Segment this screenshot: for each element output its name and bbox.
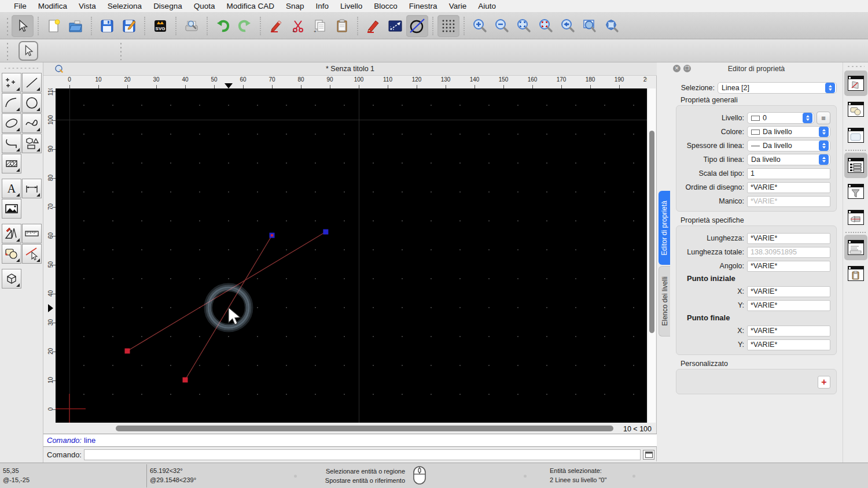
add-custom-property-button[interactable]: + xyxy=(818,376,830,389)
palette-drag-handle[interactable] xyxy=(5,66,38,71)
line-tool-button[interactable] xyxy=(384,15,406,37)
endpoint-handle-blue[interactable] xyxy=(323,229,328,234)
ellipse-tools-button[interactable] xyxy=(2,113,21,133)
dock-toggle-wall[interactable] xyxy=(844,205,867,230)
menu-item-modifica-cad[interactable]: Modifica CAD xyxy=(220,2,280,10)
dock-toggle-blocks[interactable] xyxy=(844,97,867,122)
dock-toggle-clipboard[interactable] xyxy=(844,261,867,286)
modify-tools-button[interactable] xyxy=(2,244,21,264)
delete-button[interactable] xyxy=(265,15,287,37)
pan-button[interactable] xyxy=(601,15,623,37)
zoom-selection-button[interactable] xyxy=(535,15,557,37)
dock-toggle-command-line[interactable] xyxy=(844,235,867,260)
selection-pointer-button[interactable] xyxy=(12,15,34,37)
menu-item-blocco[interactable]: Blocco xyxy=(368,2,403,10)
spessore-combo[interactable]: Da livello xyxy=(747,140,830,151)
undo-button[interactable] xyxy=(212,15,234,37)
grid-toggle-button[interactable] xyxy=(437,15,459,37)
dock-drag-handle[interactable] xyxy=(847,65,865,68)
vertical-scrollbar-thumb[interactable] xyxy=(649,131,654,333)
selection-combo[interactable]: Linea [2] xyxy=(718,82,837,94)
spline-tools-button[interactable] xyxy=(22,113,42,133)
horizontal-scrollbar[interactable] xyxy=(43,424,622,433)
polyline-tools-button[interactable] xyxy=(2,134,21,153)
pi-x-input[interactable]: *VARIE* xyxy=(747,286,830,297)
panel-close-button[interactable]: ✕ xyxy=(673,65,681,72)
draw-pencil-button[interactable] xyxy=(362,15,384,37)
text-tool-button[interactable]: A xyxy=(2,179,21,198)
pf-y-input[interactable]: *VARIE* xyxy=(747,339,830,350)
zoom-previous-button[interactable] xyxy=(557,15,579,37)
save-as-button[interactable] xyxy=(118,15,140,37)
tab-property-editor[interactable]: Editor di proprietà xyxy=(659,191,670,265)
tab-layer-list[interactable]: Elenco dei livelli xyxy=(659,266,670,337)
measure-tools-button[interactable] xyxy=(22,224,42,243)
lunghezza-totale-label: Lunghezza totale: xyxy=(682,248,747,256)
line-tools-button[interactable] xyxy=(22,73,42,93)
tipo-combo[interactable]: Da livello xyxy=(747,154,830,165)
menu-item-disegna[interactable]: Disegna xyxy=(148,2,188,10)
menu-item-varie[interactable]: Varie xyxy=(443,2,473,10)
save-button[interactable] xyxy=(96,15,118,37)
command-window-button[interactable] xyxy=(643,450,654,460)
endpoint-handle-red[interactable] xyxy=(183,378,188,383)
new-document-button[interactable] xyxy=(43,15,65,37)
menu-item-modifica[interactable]: Modifica xyxy=(32,2,73,10)
circle-line-tool-button[interactable] xyxy=(406,15,428,37)
dimension-tools-button[interactable] xyxy=(22,179,42,198)
menu-item-finestra[interactable]: Finestra xyxy=(403,2,443,10)
copy-button[interactable]: + xyxy=(309,15,331,37)
zoom-window-button[interactable] xyxy=(579,15,601,37)
toolbar-drag-handle[interactable] xyxy=(6,42,9,60)
shape-tools-button[interactable] xyxy=(22,134,42,153)
menu-item-livello[interactable]: Livello xyxy=(334,2,368,10)
circle-tools-button[interactable] xyxy=(22,93,42,113)
menu-item-file[interactable]: File xyxy=(8,2,32,10)
zoom-auto-button[interactable] xyxy=(513,15,535,37)
colore-combo[interactable]: Da livello xyxy=(747,126,830,138)
layer-menu-button[interactable]: ≡ xyxy=(816,112,830,124)
pf-x-input[interactable]: *VARIE* xyxy=(747,326,830,337)
lunghezza-input[interactable]: *VARIE* xyxy=(747,233,830,244)
print-preview-button[interactable] xyxy=(181,15,203,37)
ordine-input[interactable]: *VARIE* xyxy=(747,182,830,193)
menu-item-aiuto[interactable]: Aiuto xyxy=(472,2,502,10)
image-tool-button[interactable] xyxy=(2,199,21,219)
cad-tools-button[interactable] xyxy=(2,224,21,243)
horizontal-scrollbar-thumb[interactable] xyxy=(116,426,613,431)
angolo-input[interactable]: *VARIE* xyxy=(747,261,830,272)
dock-toggle-blank[interactable] xyxy=(844,123,867,148)
trim-tools-button[interactable] xyxy=(22,244,42,264)
scala-input[interactable]: 1 xyxy=(747,168,830,179)
svg-export-button[interactable]: SVG xyxy=(149,15,171,37)
menu-item-quota[interactable]: Quota xyxy=(188,2,221,10)
zoom-out-button[interactable] xyxy=(491,15,513,37)
paste-button[interactable] xyxy=(331,15,353,37)
hatch-tool-button[interactable] xyxy=(2,154,21,173)
cut-button[interactable]: + xyxy=(287,15,309,37)
menu-item-snap[interactable]: Snap xyxy=(280,2,310,10)
arc-tools-button[interactable] xyxy=(2,93,21,113)
dock-toggle-selection-filter[interactable] xyxy=(844,179,867,204)
active-selection-tool-button[interactable] xyxy=(19,41,38,61)
menu-item-seleziona[interactable]: Seleziona xyxy=(102,2,148,10)
toolbar-drag-handle[interactable] xyxy=(6,17,9,35)
redo-button[interactable] xyxy=(234,15,256,37)
drawing-canvas[interactable] xyxy=(56,88,647,423)
solid-tools-button[interactable] xyxy=(2,269,21,289)
toolbar-drag-handle[interactable] xyxy=(119,42,123,60)
command-input[interactable] xyxy=(84,449,641,460)
dock-toggle-viewport[interactable] xyxy=(844,71,867,96)
layer-color-swatch xyxy=(751,116,760,121)
dock-toggle-property-list[interactable] xyxy=(844,153,867,178)
livello-combo[interactable]: 0 xyxy=(747,112,814,124)
menu-item-vista[interactable]: Vista xyxy=(73,2,102,10)
endpoint-handle-red[interactable] xyxy=(125,349,130,354)
pi-y-input[interactable]: *VARIE* xyxy=(747,300,830,311)
vertical-scrollbar[interactable] xyxy=(648,88,656,423)
panel-float-button[interactable]: ❐ xyxy=(683,65,691,72)
menu-item-info[interactable]: Info xyxy=(310,2,335,10)
open-file-button[interactable] xyxy=(65,15,87,37)
zoom-in-button[interactable] xyxy=(469,15,491,37)
point-tools-button[interactable] xyxy=(2,73,21,93)
